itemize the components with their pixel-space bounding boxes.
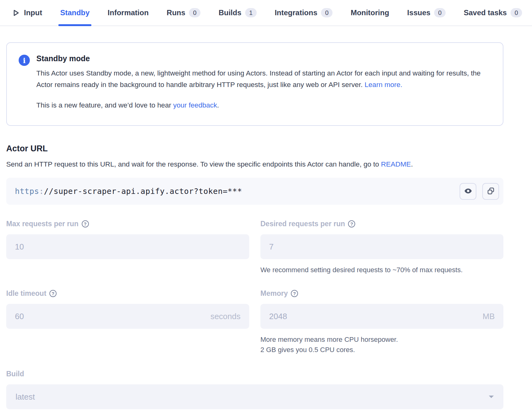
build-select[interactable]: latest [6, 384, 503, 409]
help-icon[interactable]: ? [82, 220, 89, 227]
max-requests-input-shell [6, 234, 249, 259]
banner-paragraph-1: This Actor uses Standby mode, a new, lig… [36, 67, 487, 90]
actor-url-bar: https://super-scraper-api.apify.actor?to… [6, 178, 503, 205]
tab-label: Saved tasks [464, 8, 507, 17]
standby-mode-banner: i Standby mode This Actor uses Standby m… [6, 42, 503, 126]
tab-builds[interactable]: Builds 1 [218, 0, 256, 25]
banner-title: Standby mode [36, 54, 487, 63]
tab-runs[interactable]: Runs 0 [167, 0, 200, 25]
copy-icon [487, 187, 495, 196]
learn-more-link[interactable]: Learn more. [365, 81, 402, 89]
chevron-down-icon [488, 394, 494, 400]
desired-requests-input[interactable] [269, 242, 495, 252]
build-field: Build latest [6, 370, 503, 409]
idle-timeout-field: Idle timeout ? seconds [6, 289, 249, 329]
tab-label: Issues [407, 8, 430, 17]
max-requests-label: Max requests per run ? [6, 220, 249, 228]
help-icon[interactable]: ? [348, 220, 355, 227]
max-requests-input[interactable] [15, 242, 241, 252]
banner-text: Standby mode This Actor uses Standby mod… [36, 54, 487, 111]
tab-issues-count-badge: 0 [434, 8, 446, 17]
tab-information[interactable]: Information [108, 0, 149, 25]
tab-issues[interactable]: Issues 0 [407, 0, 446, 25]
help-icon[interactable]: ? [49, 290, 57, 297]
build-label: Build [6, 370, 503, 378]
desired-requests-label: Desired requests per run ? [260, 220, 503, 228]
tab-standby[interactable]: Standby [60, 0, 90, 25]
tab-label: Information [108, 8, 149, 17]
tab-builds-count-badge: 1 [245, 8, 257, 17]
tab-monitoring[interactable]: Monitoring [351, 0, 389, 25]
feedback-link[interactable]: your feedback [173, 101, 217, 109]
build-select-value: latest [16, 392, 488, 402]
actor-tab-bar: Input Standby Information Runs 0 Builds … [0, 0, 532, 26]
tab-label: Input [24, 8, 42, 17]
memory-field: Memory ? MB More memory means more CPU h… [260, 289, 503, 355]
tab-label: Monitoring [351, 8, 389, 17]
eye-icon [464, 187, 472, 196]
standby-settings-form: Max requests per run ? Desired requests … [6, 220, 503, 355]
desired-requests-field: Desired requests per run ? We recommend … [260, 220, 503, 275]
actor-url-heading: Actor URL [6, 144, 503, 154]
tab-integrations[interactable]: Integrations 0 [275, 0, 332, 25]
memory-input-shell: MB [260, 304, 503, 329]
actor-url-value: https://super-scraper-api.apify.actor?to… [15, 187, 454, 196]
actor-url-description: Send an HTTP request to this URL, and wa… [6, 158, 460, 171]
desired-requests-input-shell [260, 234, 503, 259]
reveal-token-button[interactable] [460, 183, 476, 200]
tab-label: Standby [60, 8, 90, 17]
memory-unit: MB [483, 312, 495, 321]
play-icon [11, 8, 20, 17]
idle-timeout-input[interactable] [15, 312, 210, 321]
max-requests-field: Max requests per run ? [6, 220, 249, 259]
standby-tab-content: i Standby mode This Actor uses Standby m… [6, 42, 503, 409]
info-icon: i [19, 55, 30, 66]
help-icon[interactable]: ? [291, 290, 298, 297]
memory-input[interactable] [269, 312, 483, 321]
tab-label: Runs [167, 8, 185, 17]
idle-timeout-input-shell: seconds [6, 304, 249, 329]
tab-saved-tasks[interactable]: Saved tasks 0 [464, 0, 522, 25]
tab-integrations-count-badge: 0 [321, 8, 332, 17]
memory-label: Memory ? [260, 289, 503, 298]
tab-saved-tasks-count-badge: 0 [511, 8, 522, 17]
tab-runs-count-badge: 0 [189, 8, 200, 17]
tab-label: Builds [218, 8, 241, 17]
idle-timeout-unit: seconds [210, 312, 241, 321]
copy-url-button[interactable] [482, 183, 499, 200]
tab-label: Integrations [275, 8, 317, 17]
readme-link[interactable]: README [381, 160, 411, 168]
memory-helper: More memory means more CPU horsepower. 2… [260, 334, 503, 355]
banner-paragraph-2: This is a new feature, and we’d love to … [36, 99, 487, 111]
idle-timeout-label: Idle timeout ? [6, 289, 249, 298]
tab-input[interactable]: Input [11, 0, 42, 25]
desired-requests-helper: We recommend setting desired requests to… [260, 265, 503, 275]
